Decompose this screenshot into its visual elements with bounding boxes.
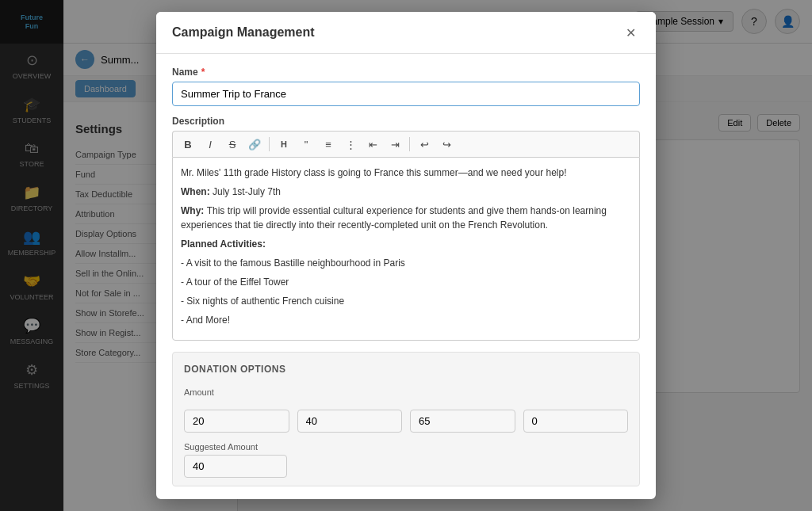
numbered-list-button[interactable]: ⋮ (340, 135, 361, 154)
amount-fields-row: Amount (184, 387, 628, 400)
undo-icon: ↩ (420, 139, 429, 151)
quote-icon: " (304, 139, 308, 151)
toolbar-separator-2 (409, 137, 410, 151)
bullet-icon: ≡ (325, 139, 331, 151)
numbered-icon: ⋮ (346, 139, 356, 151)
suggested-amount-row: Suggested Amount (184, 442, 628, 478)
when-value: July 1st-July 7th (213, 186, 281, 197)
description-label: Description (172, 116, 640, 127)
suggested-amount-wrapper: Suggested Amount (184, 442, 287, 478)
indent-more-button[interactable]: ⇥ (385, 135, 405, 154)
suggested-amount-label: Suggested Amount (184, 442, 287, 452)
modal-header: Campaign Management ✕ (156, 12, 656, 54)
close-icon: ✕ (626, 25, 636, 40)
editor-toolbar: B I S 🔗 H " ≡ ⋮ ⇤ ⇥ ↩ ↪ (172, 131, 640, 157)
activities-title: Planned Activities: (181, 237, 631, 251)
amount-field-wrapper: Amount (184, 387, 628, 400)
quote-button[interactable]: " (296, 135, 316, 154)
amount-input-2[interactable] (297, 410, 403, 433)
amount-input-3[interactable] (410, 410, 515, 433)
amount-input-1[interactable] (184, 410, 289, 433)
amount-input-2-wrapper (297, 410, 403, 433)
modal: Campaign Management ✕ Name * Description… (156, 12, 656, 499)
amount-input-1-wrapper (184, 410, 289, 433)
editor-when: When: July 1st-July 7th (181, 185, 631, 199)
editor-why: Why: This trip will provide essential cu… (181, 204, 631, 232)
heading-icon: H (281, 139, 287, 149)
redo-icon: ↪ (442, 139, 451, 151)
name-label: Name * (172, 67, 640, 78)
amount-label: Amount (184, 387, 628, 397)
donation-options-section: DONATION OPTIONS Amount (172, 352, 640, 486)
modal-close-button[interactable]: ✕ (621, 23, 640, 42)
toolbar-separator-1 (269, 137, 270, 151)
indent-more-icon: ⇥ (391, 139, 400, 151)
amount-input-4[interactable] (523, 410, 629, 433)
activity-4: - And More! (181, 313, 631, 327)
strikethrough-button[interactable]: S (222, 135, 243, 154)
amount-input-4-wrapper (523, 410, 629, 433)
amount-inputs-row (184, 410, 628, 433)
activity-2: - A tour of the Eiffel Tower (181, 275, 631, 289)
name-input[interactable] (172, 82, 640, 106)
when-label: When: (181, 186, 213, 197)
link-button[interactable]: 🔗 (244, 135, 265, 154)
undo-button[interactable]: ↩ (414, 135, 435, 154)
strikethrough-icon: S (229, 139, 236, 151)
donation-options-title: DONATION OPTIONS (184, 364, 628, 378)
editor-area[interactable]: Mr. Miles' 11th grade History class is g… (172, 157, 640, 341)
suggested-amount-input[interactable] (184, 455, 287, 478)
modal-overlay[interactable]: Campaign Management ✕ Name * Description… (0, 0, 812, 511)
indent-less-icon: ⇤ (369, 139, 377, 151)
why-text: This trip will provide essential cultura… (181, 205, 607, 231)
activity-3: - Six nights of authentic French cuisine (181, 294, 631, 308)
modal-title: Campaign Management (172, 25, 315, 40)
indent-less-button[interactable]: ⇤ (362, 135, 383, 154)
amount-input-3-wrapper (410, 410, 515, 433)
editor-intro: Mr. Miles' 11th grade History class is g… (181, 166, 631, 180)
activity-1: - A visit to the famous Bastille neighbo… (181, 256, 631, 270)
link-icon: 🔗 (248, 139, 261, 151)
italic-icon: I (209, 139, 212, 151)
italic-button[interactable]: I (200, 135, 220, 154)
modal-body: Name * Description B I S 🔗 H " ≡ ⋮ ⇤ ⇥ ↩ (156, 54, 656, 499)
redo-button[interactable]: ↪ (436, 135, 457, 154)
heading-button[interactable]: H (274, 135, 294, 154)
why-label: Why: (181, 205, 207, 216)
bold-button[interactable]: B (178, 135, 198, 154)
bold-icon: B (184, 139, 191, 151)
required-marker: * (201, 67, 205, 78)
bullet-list-button[interactable]: ≡ (318, 135, 339, 154)
